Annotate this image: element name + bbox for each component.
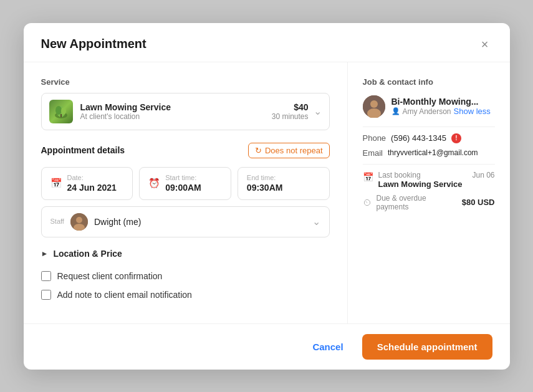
last-booking-date: Jun 06 xyxy=(472,171,494,179)
service-name: Lawn Mowing Service xyxy=(80,102,272,112)
id-icon: 👤 xyxy=(391,107,400,115)
confirmation-checkbox-row: Request client confirmation xyxy=(41,271,330,281)
start-time-label: Start time: xyxy=(165,174,201,181)
confirmation-label: Request client confirmation xyxy=(57,271,163,281)
end-time-label: End time: xyxy=(247,174,283,181)
date-field-content: Date: 24 Jun 2021 xyxy=(67,174,117,193)
contact-details: Bi-Monthly Mowing... 👤 Amy Anderson Show… xyxy=(391,97,491,116)
new-appointment-modal: New Appointment × Service xyxy=(24,23,510,370)
schedule-appointment-button[interactable]: Schedule appointment xyxy=(362,334,492,360)
service-info: Lawn Mowing Service At client's location xyxy=(80,102,272,121)
chevron-right-icon: ► xyxy=(41,249,49,258)
confirmation-checkbox[interactable] xyxy=(41,271,51,281)
payments-row: ⏲ Due & overdue payments $80 USD xyxy=(363,194,495,211)
contact-name: Bi-Monthly Mowing... xyxy=(391,97,491,107)
service-price: $40 30 minutes xyxy=(272,102,309,121)
staff-name: Dwight (me) xyxy=(94,217,306,227)
note-label: Add note to client email notification xyxy=(57,290,192,300)
email-label: Email xyxy=(363,148,383,158)
email-value: thryvvertical+1@gmail.com xyxy=(388,148,478,157)
duration-value: 30 minutes xyxy=(272,112,309,121)
divider-1 xyxy=(363,127,495,127)
date-label: Date: xyxy=(67,174,117,181)
email-row: Email thryvvertical+1@gmail.com xyxy=(363,148,495,158)
staff-label: Staff xyxy=(50,218,64,225)
price-value: $40 xyxy=(272,102,309,112)
service-row[interactable]: Lawn Mowing Service At client's location… xyxy=(41,93,330,130)
svg-point-9 xyxy=(370,100,378,108)
date-value: 24 Jun 2021 xyxy=(67,183,117,193)
location-price-section[interactable]: ► Location & Price xyxy=(41,249,330,259)
staff-avatar xyxy=(70,213,88,231)
svg-rect-4 xyxy=(60,114,62,117)
last-booking-label: Last booking xyxy=(378,171,468,179)
clock-icon-start: ⏰ xyxy=(148,178,160,189)
phone-row: Phone (596) 443-1345 ! xyxy=(363,133,495,143)
modal-title: New Appointment xyxy=(41,37,146,51)
date-field[interactable]: 📅 Date: 24 Jun 2021 xyxy=(41,167,133,200)
svg-point-2 xyxy=(55,106,62,115)
service-section-label: Service xyxy=(41,77,330,87)
close-button[interactable]: × xyxy=(478,37,492,52)
note-checkbox-row: Add note to client email notification xyxy=(41,290,330,300)
divider-2 xyxy=(363,164,495,165)
staff-dropdown-arrow[interactable]: ⌄ xyxy=(312,216,320,227)
svg-point-3 xyxy=(61,107,66,115)
modal-overlay: New Appointment × Service xyxy=(0,0,533,392)
cancel-button[interactable]: Cancel xyxy=(301,335,354,358)
show-less-button[interactable]: Show less xyxy=(454,107,491,116)
end-time-field[interactable]: End time: 09:30AM xyxy=(238,167,330,200)
contact-row: Bi-Monthly Mowing... 👤 Amy Anderson Show… xyxy=(363,95,495,118)
appointment-details-header: Appointment details ↻ Does not repeat xyxy=(41,143,330,158)
staff-info: Staff xyxy=(50,218,64,226)
payments-label: Due & overdue payments xyxy=(377,194,457,211)
repeat-icon: ↻ xyxy=(255,146,262,155)
contact-sub-name: Amy Anderson xyxy=(403,107,451,116)
note-checkbox[interactable] xyxy=(41,290,51,300)
job-contact-title: Job & contact info xyxy=(363,77,495,87)
right-panel: Job & contact info Bi-Monthly Mowing... … xyxy=(348,62,510,323)
modal-footer: Cancel Schedule appointment xyxy=(24,323,510,370)
datetime-row: 📅 Date: 24 Jun 2021 ⏰ Start time: 09:00A… xyxy=(41,167,330,200)
end-time-content: End time: 09:30AM xyxy=(247,174,283,193)
staff-selector[interactable]: Staff Dwight (me) ⌄ xyxy=(41,206,330,237)
start-time-field[interactable]: ⏰ Start time: 09:00AM xyxy=(139,167,231,200)
end-time-value: 09:30AM xyxy=(247,183,283,193)
calendar-icon: 📅 xyxy=(50,178,62,189)
last-booking-row: 📅 Last booking Lawn Mowing Service Jun 0… xyxy=(363,171,495,189)
location-price-label: Location & Price xyxy=(53,249,122,259)
svg-point-6 xyxy=(76,217,82,223)
payments-value: $80 USD xyxy=(462,198,495,207)
contact-avatar xyxy=(363,95,385,118)
modal-header: New Appointment × xyxy=(24,23,510,62)
does-not-repeat-label: Does not repeat xyxy=(265,146,323,155)
phone-label: Phone xyxy=(363,133,387,143)
contact-sub: 👤 Amy Anderson Show less xyxy=(391,107,491,116)
timer-icon: ⏲ xyxy=(363,198,372,208)
booking-text: Last booking Lawn Mowing Service xyxy=(378,171,468,189)
modal-body: Service Lawn Mowing Service At cl xyxy=(24,62,510,323)
start-time-value: 09:00AM xyxy=(165,183,201,193)
start-time-content: Start time: 09:00AM xyxy=(165,174,201,193)
calendar-booking-icon: 📅 xyxy=(363,172,373,182)
last-booking-service: Lawn Mowing Service xyxy=(378,179,468,189)
left-panel: Service Lawn Mowing Service At cl xyxy=(24,62,348,323)
phone-value: (596) 443-1345 xyxy=(391,133,446,143)
service-location: At client's location xyxy=(80,112,272,121)
booking-date-right: Jun 06 xyxy=(472,171,494,179)
does-not-repeat-button[interactable]: ↻ Does not repeat xyxy=(248,143,330,158)
service-thumbnail xyxy=(49,100,73,123)
phone-alert-icon: ! xyxy=(451,133,461,143)
appointment-details-title: Appointment details xyxy=(41,145,125,155)
service-dropdown-arrow[interactable]: ⌄ xyxy=(314,105,322,117)
